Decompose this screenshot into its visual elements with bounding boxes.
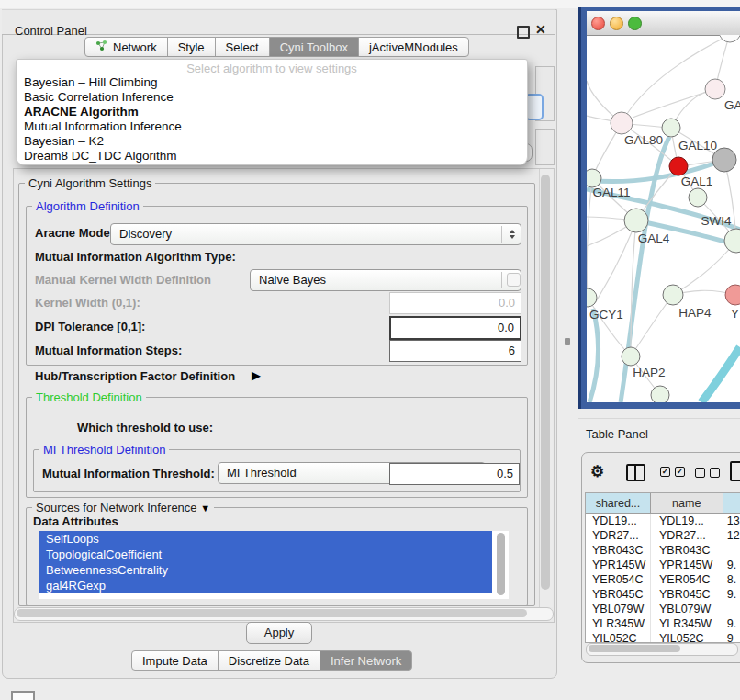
node-green-mid[interactable]	[689, 188, 707, 207]
hub-section-label: Hub/Transcription Factor Definition	[35, 369, 235, 383]
tab-select[interactable]: Select	[215, 37, 270, 57]
table-horizontal-scrollbar-thumb[interactable]	[589, 645, 680, 652]
algorithm-option[interactable]: ARACNE Algorithm	[17, 105, 527, 119]
tab-label: Infer Network	[331, 654, 401, 668]
export-table-icon[interactable]	[730, 461, 740, 481]
node-gal11[interactable]	[587, 169, 601, 187]
attribute-item[interactable]: TopologicalCoefficient	[39, 547, 492, 562]
table-cell: 9.	[723, 558, 740, 572]
table-row[interactable]: YER054CYER054C8.	[586, 572, 740, 587]
aracne-mode-value: Discovery	[119, 227, 172, 241]
tab-jactivemnodules[interactable]: jActiveMNodules	[358, 37, 469, 57]
expand-arrow-icon[interactable]: ▶	[252, 368, 261, 382]
table-cell: 8.	[723, 572, 740, 587]
dpi-tolerance-input[interactable]: 0.0	[389, 316, 521, 340]
node-gal-top-label: GAL	[724, 98, 740, 112]
node-bottom-partial[interactable]	[651, 386, 669, 402]
tab-discretize-data[interactable]: Discretize Data	[218, 650, 320, 671]
table-row[interactable]: YIL052CYIL052C9	[586, 631, 740, 643]
table-cell: YIL052C	[586, 631, 651, 643]
node-gal4[interactable]	[624, 209, 648, 232]
tab-label: jActiveMNodules	[369, 40, 458, 54]
node-hap4-label: HAP4	[678, 306, 712, 320]
table-row[interactable]: YLR345WYLR345W9.	[586, 616, 740, 631]
network-canvas[interactable]: GALGAL80GAL10GAL1GAL11GAL4SWI4HAP4YGCY1H…	[587, 35, 740, 402]
table-panel-divider	[578, 418, 740, 419]
gear-icon[interactable]: ⚙	[590, 462, 604, 481]
table-row[interactable]: YPR145WYPR145W9.	[586, 558, 740, 572]
mi-steps-input[interactable]: 6	[389, 340, 521, 362]
attribute-item[interactable]: gal4RGexp	[39, 578, 492, 593]
node-gal1-red[interactable]	[669, 157, 688, 175]
mi-threshold-input[interactable]: 0.5	[389, 463, 520, 485]
tab-impute-data[interactable]: Impute Data	[131, 650, 219, 671]
node-swi4-label: SWI4	[701, 214, 731, 228]
zoom-traffic-light-icon[interactable]	[628, 17, 642, 30]
node-gray[interactable]	[712, 148, 736, 172]
algorithm-option[interactable]: Mutual Information Inference	[17, 119, 527, 134]
table-row[interactable]: YBR043CYBR043C	[586, 543, 740, 558]
node-hap4[interactable]	[663, 285, 683, 305]
tab-style[interactable]: Style	[167, 37, 216, 57]
vertical-scrollbar-thumb[interactable]	[541, 175, 550, 590]
table-cell: 13	[723, 514, 740, 528]
table-header-row: shared... name	[586, 493, 740, 514]
group-title: Algorithm Definition	[32, 199, 143, 213]
node-gal80[interactable]	[611, 112, 633, 134]
table-row[interactable]: YDR27...YDR27...12	[586, 528, 740, 543]
mi-type-label: Mutual Information Algorithm Type:	[35, 250, 236, 264]
algorithm-option[interactable]: Bayesian – K2	[17, 134, 527, 149]
collapse-arrow-icon[interactable]: ▼	[200, 502, 210, 514]
list-scrollbar-thumb[interactable]	[497, 533, 505, 595]
attribute-item[interactable]: SelfLoops	[39, 531, 492, 547]
table-row[interactable]: YDL19...YDL19...13	[586, 514, 740, 528]
apply-button[interactable]: Apply	[246, 622, 312, 644]
minimized-panel-icon[interactable]	[11, 691, 35, 700]
node-top-partial[interactable]	[719, 35, 740, 42]
algorithm-option[interactable]: Bayesian – Hill Climbing	[17, 75, 527, 90]
node-hap2[interactable]	[622, 347, 640, 366]
panel-splitter-grip[interactable]	[565, 338, 570, 345]
table-cell	[723, 602, 740, 616]
node-gal10[interactable]	[662, 119, 680, 137]
node-swi4[interactable]	[724, 229, 740, 253]
column-header-name[interactable]: name	[651, 493, 723, 513]
algorithm-option[interactable]: Basic Correlation Inference	[17, 90, 527, 105]
hidden-combo-arrow-button[interactable]	[525, 94, 544, 120]
column-header-shared-name[interactable]: shared...	[586, 493, 651, 513]
data-attributes-list[interactable]: SelfLoopsTopologicalCoefficientBetweenne…	[39, 531, 509, 599]
network-edge	[673, 241, 736, 295]
node-gal-top[interactable]	[705, 79, 725, 99]
manual-kernel-checkbox[interactable]	[507, 273, 521, 287]
algorithm-option[interactable]: Dream8 DC_TDC Algorithm	[17, 149, 527, 164]
attribute-item[interactable]: BetweennessCentrality	[39, 562, 492, 578]
select-all-icon[interactable]: ✓✓	[660, 467, 685, 477]
table-cell: 9.	[723, 587, 740, 602]
group-title: Cyni Algorithm Settings	[25, 176, 155, 190]
column-header-partial[interactable]	[723, 493, 740, 513]
data-attributes-label: Data Attributes	[33, 514, 118, 528]
close-icon[interactable]: ✕	[535, 22, 546, 37]
control-panel-title: Control Panel	[15, 24, 87, 38]
tab-cyni-toolbox[interactable]: Cyni Toolbox	[269, 37, 359, 57]
mi-threshold-label: Mutual Information Threshold:	[42, 467, 215, 480]
minimize-traffic-light-icon[interactable]	[610, 17, 623, 30]
node-table: shared... name YDL19...YDL19...13YDR27..…	[585, 492, 740, 643]
close-traffic-light-icon[interactable]	[591, 17, 605, 30]
table-cell: 9	[723, 631, 740, 643]
table-row[interactable]: YBL079WYBL079W	[586, 602, 740, 616]
kernel-width-input[interactable]: 0.0	[389, 292, 521, 314]
columns-icon[interactable]	[626, 464, 645, 481]
table-cell: YDR27...	[586, 528, 651, 543]
node-salmon[interactable]	[725, 285, 740, 305]
table-row[interactable]: YBR045CYBR045C9.	[586, 587, 740, 602]
which-threshold-label: Which threshold to use:	[77, 421, 213, 435]
deselect-all-icon[interactable]	[695, 468, 720, 478]
horizontal-scrollbar-thumb[interactable]	[17, 609, 527, 617]
mi-type-select[interactable]: Naive Bayes	[250, 269, 521, 291]
float-window-icon[interactable]	[517, 26, 530, 39]
node-gcy1[interactable]	[587, 288, 597, 307]
tab-network[interactable]: Network	[84, 37, 168, 57]
tab-infer-network[interactable]: Infer Network	[320, 650, 412, 671]
aracne-mode-select[interactable]: Discovery	[110, 223, 521, 245]
